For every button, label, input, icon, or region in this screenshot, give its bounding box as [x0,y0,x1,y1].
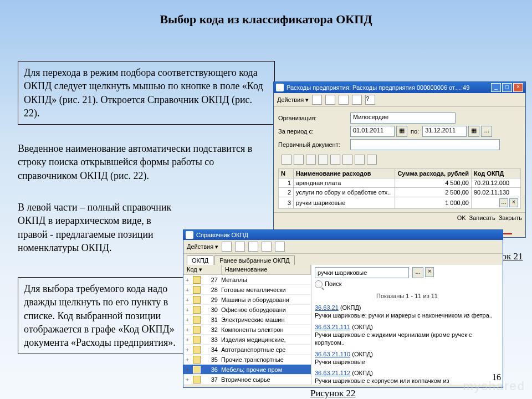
date-from-field[interactable]: 01.01.2011 [350,126,395,137]
toolbar-icon[interactable] [318,155,328,165]
tree-row[interactable]: +33Изделия медицинские, [183,335,311,345]
primary-doc-field[interactable] [350,139,500,150]
search-input[interactable] [315,267,409,278]
toolbar-icon[interactable] [235,242,245,252]
grid-toolbar [278,152,521,167]
table-row[interactable]: 1арендная плата4 500,0070.20.12.000 [279,178,521,188]
expenses-grid[interactable]: N Наименование расходов Сумма расхода, р… [278,168,521,209]
okpd-window: Справочник ОКПД Действия ▾ ОКПД Ранее вы… [183,229,503,388]
col-n: N [279,169,294,178]
toolbar-icon[interactable] [275,242,285,252]
col-name: Наименование расходов [294,169,395,178]
expenses-window: Расходы предприятия: Расходы предприятия… [273,81,526,238]
page-title: Выбор кода из классификатора ОКПД [0,12,532,27]
toolbar-icon[interactable] [325,95,335,105]
col-code: Код ОКПД [472,169,521,178]
search-result[interactable]: 36.63.21.110 (ОКПД)Ручки шариковые [315,350,499,366]
tree-row[interactable]: +28Готовые металлически [183,285,311,295]
col-code: Код ▾ [183,265,222,274]
tree-row[interactable]: +37Вторичное сырье [183,375,311,385]
calendar-button[interactable]: ▦ [468,126,479,137]
tree-row[interactable]: +30Офисное оборудовани [183,305,311,315]
toolbar-icon[interactable] [248,242,258,252]
app-icon [276,84,284,91]
search-result[interactable]: 36.63.21.111 (ОКПД)Ручки шариковые с жид… [315,323,499,347]
okpd-tree[interactable]: Код ▾ Наименование +27Металлы+28Готовые … [183,265,311,385]
toolbar-icon[interactable] [330,155,340,165]
paragraph-1: Для перехода в режим подбора соответству… [18,61,275,125]
win2-titlebar[interactable]: Справочник ОКПД [183,230,503,240]
tree-row[interactable]: +36Мебель; прочие пром [183,365,311,375]
toolbar-icon[interactable] [222,242,232,252]
code-okpd-cell[interactable]: …× [472,197,521,209]
clear-search[interactable]: × [425,267,434,277]
search-ellipsis[interactable]: ... [412,267,423,278]
results-counter: Показаны 1 - 11 из 11 [315,293,499,299]
paragraph-3: В левой части – полный справочник ОКПД в… [18,201,178,254]
table-row[interactable]: 3ручки шариковые1 000,00 …× [279,197,521,209]
close-button[interactable]: × [513,83,523,92]
toolbar-icon[interactable] [282,155,291,165]
search-label: Поиск [325,280,341,287]
label-organization: Организация: [278,115,350,121]
col-sum: Сумма расхода, рублей [395,169,472,178]
okpd-lookup-button[interactable]: … [499,198,508,207]
help-icon[interactable]: ? [365,95,375,105]
win1-titlebar[interactable]: Расходы предприятия: Расходы предприятия… [274,82,525,93]
col-name: Наименование [222,265,311,274]
organization-field[interactable]: Милосердие [350,112,456,124]
table-row[interactable]: 2услуги по сбору и обработке отх..2 500,… [279,188,521,197]
label-period-from: За период с: [278,128,350,135]
toolbar-icon[interactable] [355,155,365,165]
close-action-button[interactable]: Закрыть [499,214,522,221]
actions-menu[interactable]: Действия ▾ [187,243,218,250]
date-to-field[interactable]: 31.12.2011 [422,126,467,137]
tree-row[interactable]: +31Электрические машин [183,315,311,325]
maximize-button[interactable]: □ [502,83,512,92]
toolbar-icon[interactable] [306,155,316,165]
toolbar-icon[interactable] [262,242,272,252]
tree-row[interactable]: +27Металлы [183,275,311,285]
calendar-button[interactable]: ▦ [396,126,407,137]
tree-row[interactable]: +35Прочие транспортные [183,355,311,365]
write-button[interactable]: Записать [469,214,495,221]
toolbar-icon[interactable] [339,95,349,105]
minimize-button[interactable]: _ [491,83,501,92]
actions-menu[interactable]: Действия ▾ [277,96,309,104]
clear-button[interactable]: × [509,198,518,207]
label-period-to: по: [411,128,419,135]
toolbar-icon[interactable] [367,155,377,165]
tab-previous-okpd[interactable]: Ранее выбранные ОКПД [214,255,294,265]
ok-button[interactable]: OK [457,214,466,221]
toolbar-icon[interactable] [352,95,362,105]
tree-row[interactable]: +34Автотранспортные сре [183,345,311,355]
win1-title: Расходы предприятия: Расходы предприятия… [287,84,469,91]
search-icon [315,280,323,288]
search-result[interactable]: 36.63.21 (ОКПД)Ручки шариковые; ручки и … [315,304,499,320]
watermark: myshared [463,379,525,393]
paragraph-2: Введенное наименование автоматически под… [18,142,263,182]
toolbar-icon[interactable] [342,155,352,165]
win2-title: Справочник ОКПД [196,232,248,238]
toolbar-icon[interactable] [294,155,304,165]
ellipsis-button[interactable]: ... [481,126,492,137]
tree-row[interactable]: +32Компоненты электрон [183,325,311,335]
toolbar-icon[interactable] [312,95,322,105]
app-icon [186,231,193,239]
tab-okpd[interactable]: ОКПД [187,255,213,265]
label-primary-doc: Первичный документ: [278,141,350,148]
figure-22-label: Рисунок 22 [310,388,355,399]
paragraph-4: Для выбора требуемого кода надо дважды щ… [18,277,187,354]
tree-row[interactable]: +29Машины и оборудовани [183,295,311,305]
